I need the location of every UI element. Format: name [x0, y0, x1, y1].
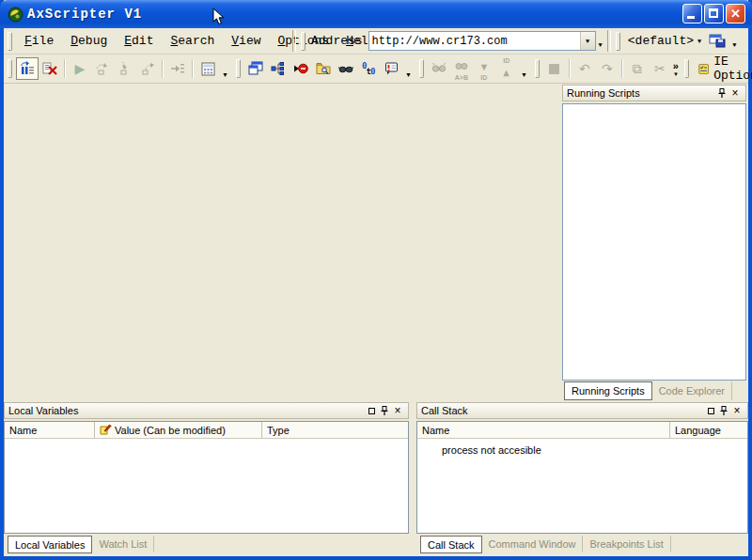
toggle-breakpoint-button[interactable]: [290, 57, 312, 80]
output-button[interactable]: [380, 57, 402, 80]
local-variables-title: Local Variables: [8, 405, 365, 416]
find-up-button[interactable]: ID ▼: [495, 57, 518, 80]
call-tree-button[interactable]: [267, 57, 290, 80]
column-type: Type: [262, 422, 408, 438]
close-icon: ✕: [727, 5, 744, 23]
stop-icon: [549, 64, 559, 74]
redo-button[interactable]: ↷: [596, 57, 619, 80]
chevron-down-icon: ▼: [697, 38, 701, 45]
address-grip[interactable]: [301, 32, 306, 51]
menu-edit[interactable]: Edit: [116, 31, 162, 51]
pin-button[interactable]: [378, 405, 391, 417]
tab-local-variables[interactable]: Local Variables: [8, 536, 92, 553]
address-overflow-icon[interactable]: ▼: [599, 41, 603, 49]
stop-debugging-button[interactable]: [39, 57, 61, 80]
toolbar-overflow-button[interactable]: » ▼: [673, 61, 679, 77]
cut-button[interactable]: ✂: [649, 57, 671, 80]
edit-icon: [100, 424, 112, 436]
menu-grip[interactable]: [8, 32, 12, 51]
toggle-breakpoint-icon: [293, 61, 308, 76]
save-profile-button[interactable]: [705, 32, 729, 50]
stop-button[interactable]: [543, 57, 566, 80]
profile-overflow-icon[interactable]: ▼: [732, 41, 736, 49]
evaluate-button[interactable]: [196, 57, 219, 80]
ie-options-button[interactable]: IE Options ▼: [693, 53, 752, 85]
address-dropdown-button[interactable]: ▼: [580, 32, 595, 50]
menu-search[interactable]: Search: [162, 31, 223, 51]
menu-file[interactable]: File: [16, 31, 62, 51]
main-toolbar: ▶: [4, 54, 748, 84]
step-into-button[interactable]: [114, 57, 136, 80]
script-explorer-button[interactable]: [312, 57, 335, 80]
run-button[interactable]: ▶: [69, 57, 91, 80]
maximize-panel-button[interactable]: [365, 405, 378, 417]
tab-watch-list[interactable]: Watch List: [92, 536, 154, 552]
running-scripts-title: Running Scripts: [567, 87, 715, 99]
maximize-button[interactable]: [704, 4, 724, 23]
panel-close-button[interactable]: ×: [728, 87, 742, 100]
column-name: Name: [5, 422, 95, 438]
step-over-button[interactable]: [91, 57, 114, 80]
separator: [192, 59, 194, 78]
chevron-down-icon: ▼: [586, 38, 589, 45]
watch-button[interactable]: [335, 57, 357, 80]
attach-button[interactable]: [16, 57, 39, 80]
running-scripts-list[interactable]: [562, 103, 746, 381]
profile-value: <default>: [628, 34, 694, 48]
column-name-label: Name: [9, 425, 37, 436]
titlebar[interactable]: AxScripter V1 ✕: [0, 0, 752, 28]
app-window: AxScripter V1 ✕ File Debug Edit Search V…: [0, 0, 752, 560]
save-profile-icon: [709, 34, 726, 48]
panel-splitter[interactable]: [409, 402, 416, 556]
toolbar-grip[interactable]: [684, 59, 689, 78]
call-stack-row: process not accesible: [417, 439, 747, 456]
menu-view[interactable]: View: [223, 31, 269, 51]
toolbar-grip[interactable]: [236, 59, 241, 78]
find-group-dropdown-icon[interactable]: ▼: [521, 71, 527, 78]
debug-group-dropdown-icon[interactable]: ▼: [405, 71, 412, 78]
close-button[interactable]: ✕: [726, 4, 745, 23]
run-to-cursor-button[interactable]: [166, 57, 189, 80]
menu-debug[interactable]: Debug: [62, 31, 116, 51]
tab-running-scripts[interactable]: Running Scripts: [564, 381, 652, 400]
evaluate-icon: [201, 62, 215, 76]
toolbar-grip[interactable]: [419, 59, 424, 78]
tab-breakpoints-list[interactable]: Breakpoints List: [583, 536, 670, 552]
maximize-panel-button[interactable]: [704, 405, 717, 417]
pin-button[interactable]: [717, 405, 730, 417]
profile-grip[interactable]: [616, 32, 620, 51]
toolbar-grip[interactable]: [535, 59, 540, 78]
windows-button[interactable]: [244, 57, 267, 80]
find-down-button[interactable]: ▼ ID: [473, 57, 495, 80]
local-variables-tabs: Local Variables Watch List: [4, 534, 409, 556]
find-button[interactable]: [428, 57, 450, 80]
evaluate-dropdown-icon[interactable]: ▼: [222, 71, 228, 78]
step-out-button[interactable]: [136, 57, 159, 80]
call-stack-list[interactable]: process not accesible: [417, 439, 747, 533]
tab-code-explorer[interactable]: Code Explorer: [652, 381, 732, 400]
local-variables-list[interactable]: [5, 439, 408, 533]
run-icon: ▶: [75, 62, 86, 75]
address-label: Address: [311, 34, 363, 48]
separator: [162, 59, 164, 78]
copy-button[interactable]: ⧉: [626, 57, 649, 80]
pin-icon: [719, 406, 728, 416]
undo-button[interactable]: ↶: [573, 57, 596, 80]
panel-close-button[interactable]: ×: [730, 405, 744, 417]
call-stack-header[interactable]: Call Stack ×: [416, 402, 748, 419]
running-scripts-header[interactable]: Running Scripts ×: [562, 85, 746, 101]
toolbar-grip[interactable]: [8, 59, 12, 78]
goto-button[interactable]: 0 t 0: [357, 57, 380, 80]
minimize-button[interactable]: [682, 4, 702, 23]
address-input[interactable]: [369, 32, 580, 50]
pin-icon: [380, 406, 389, 416]
tab-call-stack[interactable]: Call Stack: [420, 536, 482, 553]
pin-button[interactable]: [715, 87, 728, 100]
panel-close-button[interactable]: ×: [391, 405, 404, 417]
tab-command-window[interactable]: Command Window: [482, 536, 584, 552]
address-combobox[interactable]: ▼: [368, 31, 596, 51]
local-variables-header[interactable]: Local Variables ×: [4, 402, 409, 419]
column-language-label: Language: [675, 425, 721, 436]
profile-selector[interactable]: <default> ▼: [624, 32, 705, 50]
find-next-button[interactable]: A>B: [450, 57, 473, 80]
